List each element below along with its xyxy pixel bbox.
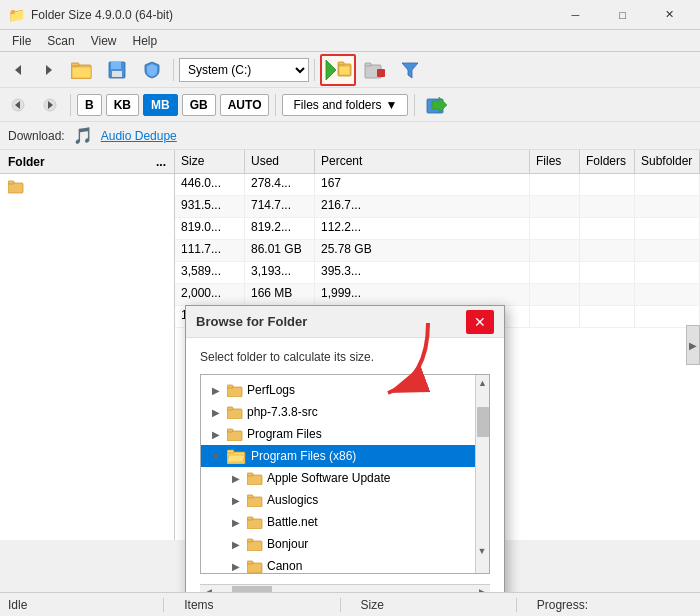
tree-item-canon[interactable]: ▶ Canon (201, 555, 489, 574)
tb2-back-button[interactable] (4, 91, 32, 119)
expand-programfiles-x86-icon[interactable]: ▼ (209, 449, 223, 463)
scrollbar-thumb[interactable] (477, 407, 489, 437)
cell-folders (580, 240, 635, 261)
col-header-subfolder[interactable]: Subfolder (635, 150, 700, 173)
col-header-used[interactable]: Used (245, 150, 315, 173)
dialog-close-button[interactable]: ✕ (466, 310, 494, 334)
right-expand-button[interactable]: ▶ (686, 325, 700, 365)
svg-rect-41 (247, 563, 262, 573)
menu-bar: File Scan View Help (0, 30, 700, 52)
tree-item[interactable] (0, 178, 174, 196)
folder-canon-icon (247, 560, 263, 573)
cell-files (530, 262, 580, 283)
tree-item-php[interactable]: ▶ php-7.3.8-src (201, 401, 489, 423)
menu-file[interactable]: File (4, 32, 39, 50)
table-row[interactable]: 931.5... 714.7... 216.7... (175, 196, 700, 218)
export-icon (426, 96, 448, 114)
tree-item-auslogics[interactable]: ▶ Auslogics (201, 489, 489, 511)
back-button[interactable] (4, 56, 32, 84)
folder-tree[interactable] (0, 174, 174, 540)
tree-item-battlenet[interactable]: ▶ Battle.net (201, 511, 489, 533)
svg-rect-24 (227, 387, 242, 397)
cell-used: 714.7... (245, 196, 315, 217)
forward-button[interactable] (35, 56, 63, 84)
size-mb-button[interactable]: MB (143, 94, 178, 116)
cell-files (530, 196, 580, 217)
cell-folders (580, 218, 635, 239)
stop-button[interactable] (359, 56, 391, 84)
maximize-button[interactable]: □ (600, 0, 645, 30)
shield-button[interactable] (136, 56, 168, 84)
dialog-body: Select folder to calculate its size. ▶ P… (186, 338, 504, 616)
size-label: Size (361, 598, 384, 612)
toolbar2-separator-2 (275, 94, 276, 116)
svg-rect-10 (338, 62, 344, 65)
svg-rect-23 (8, 181, 14, 184)
expand-auslogics-icon[interactable]: ▶ (229, 493, 243, 507)
files-folders-button[interactable]: Files and folders ▼ (282, 94, 408, 116)
folder-php-icon (227, 406, 243, 419)
table-row[interactable]: 111.7... 86.01 GB 25.78 GB (175, 240, 700, 262)
svg-rect-42 (247, 561, 253, 564)
minimize-button[interactable]: ─ (553, 0, 598, 30)
cell-percent: 25.78 GB (315, 240, 530, 261)
cell-used: 166 MB (245, 284, 315, 305)
size-auto-button[interactable]: AUTO (220, 94, 270, 116)
expand-php-icon[interactable]: ▶ (209, 405, 223, 419)
dialog-folder-tree[interactable]: ▶ PerfLogs ▶ php-7 (200, 374, 490, 574)
expand-canon-icon[interactable]: ▶ (229, 559, 243, 573)
expand-battlenet-icon[interactable]: ▶ (229, 515, 243, 529)
save-button[interactable] (101, 56, 133, 84)
toolbar2-separator-1 (70, 94, 71, 116)
size-b-button[interactable]: B (77, 94, 102, 116)
folder-open-icon (71, 61, 93, 79)
close-button[interactable]: ✕ (647, 0, 692, 30)
tree-item-programfiles[interactable]: ▶ Program Files (201, 423, 489, 445)
dialog-scrollbar-v[interactable]: ▲ ▼ (475, 375, 489, 573)
tb2-back-icon (11, 98, 25, 112)
toolbar2-separator-3 (414, 94, 415, 116)
toolbar2: B KB MB GB AUTO Files and folders ▼ (0, 88, 700, 122)
folder-open-button[interactable] (66, 56, 98, 84)
col-header-percent[interactable]: Percent (315, 150, 530, 173)
tree-item-programfiles-x86[interactable]: ▼ Program Files (x86) (201, 445, 489, 467)
menu-help[interactable]: Help (125, 32, 166, 50)
filter-button[interactable] (394, 56, 426, 84)
cell-percent: 395.3... (315, 262, 530, 283)
scrollbar-down-button[interactable]: ▼ (475, 543, 489, 559)
download-app-name[interactable]: Audio Dedupe (101, 129, 177, 143)
svg-rect-34 (247, 473, 253, 476)
col-header-folders[interactable]: Folders (580, 150, 635, 173)
expand-programfiles-icon[interactable]: ▶ (209, 427, 223, 441)
svg-rect-40 (247, 539, 253, 542)
table-row[interactable]: 2,000... 166 MB 1,999... (175, 284, 700, 306)
expand-bonjour-icon[interactable]: ▶ (229, 537, 243, 551)
cell-size: 3,589... (175, 262, 245, 283)
tb2-forward-button[interactable] (36, 91, 64, 119)
folder-column-dots[interactable]: ... (156, 155, 166, 169)
drive-select[interactable]: System (C:) D: (179, 58, 309, 82)
col-header-files[interactable]: Files (530, 150, 580, 173)
svg-rect-28 (227, 431, 242, 441)
col-header-size[interactable]: Size (175, 150, 245, 173)
cell-used: 3,193... (245, 262, 315, 283)
menu-scan[interactable]: Scan (39, 32, 82, 50)
scrollbar-up-button[interactable]: ▲ (476, 375, 489, 391)
auslogics-label: Auslogics (267, 493, 318, 507)
tree-item-bonjour[interactable]: ▶ Bonjour (201, 533, 489, 555)
tree-item-apple-software-update[interactable]: ▶ Apple Software Update (201, 467, 489, 489)
filter-icon (401, 61, 419, 79)
table-row[interactable]: 446.0... 278.4... 167 (175, 174, 700, 196)
expand-apple-icon[interactable]: ▶ (229, 471, 243, 485)
app-icon: 📁 (8, 7, 25, 23)
expand-perflogs-icon[interactable]: ▶ (209, 383, 223, 397)
export-button[interactable] (421, 91, 453, 119)
tree-item-perflogs[interactable]: ▶ PerfLogs (201, 379, 489, 401)
menu-view[interactable]: View (83, 32, 125, 50)
size-kb-button[interactable]: KB (106, 94, 139, 116)
scan-play-button[interactable] (320, 54, 356, 86)
cell-used: 819.2... (245, 218, 315, 239)
table-row[interactable]: 3,589... 3,193... 395.3... (175, 262, 700, 284)
table-row[interactable]: 819.0... 819.2... 112.2... (175, 218, 700, 240)
size-gb-button[interactable]: GB (182, 94, 216, 116)
